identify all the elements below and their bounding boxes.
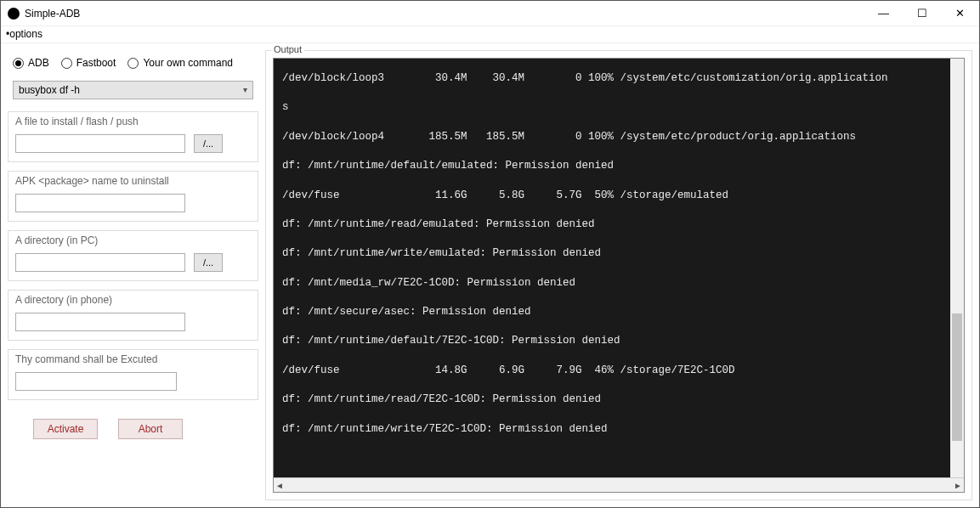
radio-adb-label: ADB (28, 57, 49, 69)
radio-icon (61, 58, 72, 69)
terminal-output[interactable]: /dev/block/loop3 30.4M 30.4M 0 100% /sys… (274, 59, 964, 477)
menubar: •options (1, 26, 979, 43)
command-input[interactable] (15, 372, 177, 391)
abort-button[interactable]: Abort (118, 419, 183, 439)
content: ADB Fastboot Your own command busybox df… (1, 43, 979, 507)
chevron-down-icon: ▾ (243, 85, 247, 94)
output-panel: Output /dev/block/loop3 30.4M 30.4M 0 10… (265, 50, 972, 500)
group-dir-pc: A directory (in PC) /... (8, 230, 258, 281)
titlebar: Simple-ADB — ☐ ✕ (1, 1, 979, 26)
radio-adb[interactable]: ADB (13, 57, 49, 69)
dir-phone-input[interactable] (15, 313, 185, 331)
group-command: Thy command shall be Excuted (8, 349, 258, 400)
menu-options[interactable]: •options (6, 28, 42, 40)
terminal-container: /dev/block/loop3 30.4M 30.4M 0 100% /sys… (273, 58, 965, 493)
file-input[interactable] (15, 134, 185, 153)
group-file-label: A file to install / flash / push (15, 116, 251, 127)
radio-own-command[interactable]: Your own command (127, 57, 233, 69)
scroll-left-icon[interactable]: ◄ (275, 481, 284, 490)
apk-input[interactable] (15, 194, 185, 212)
maximize-button[interactable]: ☐ (903, 1, 941, 26)
activate-button[interactable]: Activate (33, 419, 98, 439)
group-apk-label: APK <package> name to uninstall (15, 175, 251, 187)
group-dir-phone-label: A directory (in phone) (15, 294, 251, 306)
vertical-scrollbar[interactable] (950, 59, 964, 477)
mode-radio-group: ADB Fastboot Your own command (8, 50, 258, 81)
radio-fastboot-label: Fastboot (76, 57, 116, 69)
window-title: Simple-ADB (25, 8, 80, 20)
app-icon (8, 8, 20, 20)
group-apk: APK <package> name to uninstall (8, 171, 258, 222)
radio-icon (13, 58, 24, 69)
combo-selected: busybox df -h (19, 84, 80, 96)
group-dir-phone: A directory (in phone) (8, 290, 258, 341)
radio-fastboot[interactable]: Fastboot (61, 57, 116, 69)
group-command-label: Thy command shall be Excuted (15, 353, 251, 365)
minimize-button[interactable]: — (864, 1, 903, 26)
horizontal-scrollbar[interactable]: ◄ ► (274, 477, 964, 492)
dir-pc-input[interactable] (15, 253, 185, 272)
action-buttons: Activate Abort (8, 409, 258, 449)
radio-own-label: Your own command (143, 57, 233, 69)
output-label: Output (271, 44, 304, 54)
radio-icon (127, 58, 139, 69)
close-button[interactable]: ✕ (941, 1, 979, 26)
group-file: A file to install / flash / push /... (8, 111, 258, 162)
group-dir-pc-label: A directory (in PC) (15, 234, 251, 246)
window-controls: — ☐ ✕ (864, 1, 979, 26)
scroll-right-icon[interactable]: ► (954, 481, 962, 490)
command-combo[interactable]: busybox df -h ▾ (13, 81, 253, 99)
dir-pc-browse-button[interactable]: /... (194, 253, 223, 272)
left-panel: ADB Fastboot Your own command busybox df… (8, 50, 258, 500)
scrollbar-thumb[interactable] (952, 313, 962, 441)
file-browse-button[interactable]: /... (194, 134, 223, 153)
